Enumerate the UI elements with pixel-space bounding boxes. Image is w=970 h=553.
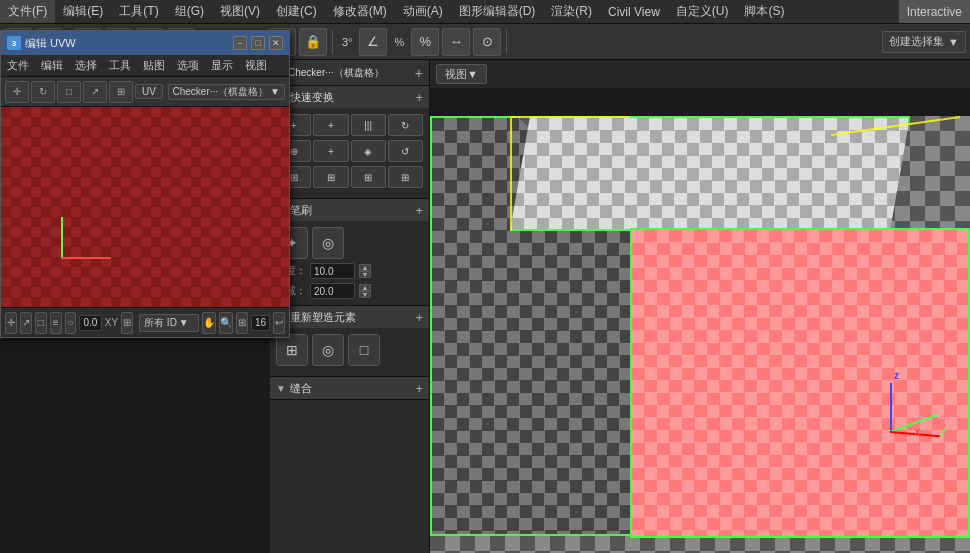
menu-script[interactable]: 脚本(S) [736,0,792,23]
dialog-uv-label[interactable]: UV [135,84,163,99]
dialog-menu-select[interactable]: 选择 [69,55,103,76]
dialog-bottom-search[interactable]: 🔍 [219,312,233,334]
decay-input[interactable]: 20.0 [310,283,355,299]
menu-modifier[interactable]: 修改器(M) [325,0,395,23]
menu-graph-editor[interactable]: 图形编辑器(D) [451,0,544,23]
brush-icons-row: ✦ ◎ [276,227,423,259]
z-axis [890,383,892,433]
dialog-bottom-btn3[interactable]: □ [35,312,47,334]
dialog-tb-square[interactable]: □ [57,81,81,103]
sew-header[interactable]: ▼ 缝合 + [270,377,429,399]
transform-btn-6[interactable]: + [313,140,348,162]
dialog-bottom-btn5[interactable]: ○ [65,312,77,334]
transform-btn-11[interactable]: ⊞ [351,166,386,188]
percent-snap-button[interactable]: % [411,28,439,56]
dialog-icon-number: 3 [12,39,16,48]
viewport-view-dropdown[interactable]: 视图 ▼ [436,64,487,84]
reshape-btn-1[interactable]: ⊞ [276,334,308,366]
dialog-bottom-grid2[interactable]: ⊞ [236,312,248,334]
panel-header-label: Checker···（棋盘格） [288,66,411,80]
viewport-toolbar: 视图 ▼ [430,60,970,88]
generic-snap-button[interactable]: ↔ [442,28,470,56]
create-select-dropdown[interactable]: 创建选择集 ▼ [882,31,966,53]
transform-btn-8[interactable]: ↺ [388,140,423,162]
dialog-value-input[interactable]: 0.0 [79,315,101,331]
scene-3d: z y x [430,88,970,553]
dialog-tb-grid[interactable]: ⊞ [109,81,133,103]
brush-tool-btn-2[interactable]: ◎ [312,227,344,259]
dialog-menu-view[interactable]: 视图 [239,55,273,76]
dialog-id-dropdown[interactable]: 所有 ID ▼ [139,314,199,332]
decay-up-button[interactable]: ▲ [359,284,371,291]
quick-transform-title: 快速变换 [290,90,412,105]
dialog-bottom-toolbar: ✛ ↗ □ ≡ ○ 0.0 XY ⊞ 所有 ID ▼ ✋ 🔍 ⊞ 16 ↩ [1,307,289,337]
ref-coord-button[interactable]: ⊙ [473,28,501,56]
menu-edit[interactable]: 编辑(E) [55,0,111,23]
quick-transform-section: ▼ 快速变换 + + + ||| ↻ ⊕ + ◈ ↺ ⊞ [270,86,429,199]
menu-civil-view[interactable]: Civil View [600,0,668,23]
transform-btn-7[interactable]: ◈ [351,140,386,162]
dialog-checker-btn[interactable]: ⊞ [121,312,133,334]
reshape-title: 重新塑造元素 [290,310,412,325]
transform-btn-10[interactable]: ⊞ [313,166,348,188]
menu-group[interactable]: 组(G) [167,0,212,23]
menu-tools[interactable]: 工具(T) [111,0,166,23]
brush-header[interactable]: ▼ 笔刷 + [270,199,429,221]
transform-btn-2[interactable]: + [313,114,348,136]
sew-plus-icon[interactable]: + [415,381,423,396]
transform-btn-12[interactable]: ⊞ [388,166,423,188]
sew-title: 缝合 [290,381,412,396]
reshape-header[interactable]: ▼ 重新塑造元素 + [270,306,429,328]
menu-interactive[interactable]: Interactive [899,0,970,23]
dialog-minimize-button[interactable]: − [233,36,247,50]
dialog-close-button[interactable]: ✕ [269,36,283,50]
dialog-bottom-btn1[interactable]: ✛ [5,312,17,334]
quick-transform-plus-icon[interactable]: + [415,90,423,105]
dialog-menu-file[interactable]: 文件 [1,55,35,76]
menu-create[interactable]: 创建(C) [268,0,325,23]
strength-up-button[interactable]: ▲ [359,264,371,271]
dialog-checker-dropdown[interactable]: Checker···（棋盘格） ▼ [168,84,285,100]
checker-label: Checker···（棋盘格） [173,85,269,99]
menu-render[interactable]: 渲染(R) [543,0,600,23]
dialog-bottom-btn4[interactable]: ≡ [50,312,62,334]
reshape-btn-2[interactable]: ◎ [312,334,344,366]
properties-panel: ▶ Checker···（棋盘格） + ▼ 快速变换 + + + ||| ↻ ⊕ [270,60,430,553]
dialog-tb-rotate[interactable]: ↻ [31,81,55,103]
dialog-uv-canvas[interactable] [1,107,289,307]
reshape-plus-icon[interactable]: + [415,310,423,325]
brush-plus-icon[interactable]: + [415,203,423,218]
dialog-menu-display[interactable]: 显示 [205,55,239,76]
dialog-menu-tools[interactable]: 工具 [103,55,137,76]
dialog-menu-edit[interactable]: 编辑 [35,55,69,76]
dialog-tb-move[interactable]: ✛ [5,81,29,103]
quick-transform-header[interactable]: ▼ 快速变换 + [270,86,429,108]
reshape-section: ▼ 重新塑造元素 + ⊞ ◎ □ [270,306,429,377]
angle-snap-button[interactable]: ∠ [359,28,387,56]
dialog-bottom-undo[interactable]: ↩ [273,312,285,334]
decay-spinner: ▲ ▼ [359,284,371,298]
transform-btn-3[interactable]: ||| [351,114,386,136]
lock-button[interactable]: 🔒 [299,28,327,56]
dialog-titlebar: 3 编辑 UVW − □ ✕ [1,31,289,55]
menu-customize[interactable]: 自定义(U) [668,0,737,23]
menu-view[interactable]: 视图(V) [212,0,268,23]
dialog-tb-select[interactable]: ↗ [83,81,107,103]
strength-down-button[interactable]: ▼ [359,271,371,278]
reshape-btn-3[interactable]: □ [348,334,380,366]
dialog-num-input[interactable]: 16 [251,315,270,331]
decay-down-button[interactable]: ▼ [359,291,371,298]
sew-arrow-icon: ▼ [276,383,286,394]
menu-file[interactable]: 文件(F) [0,0,55,23]
dialog-bottom-hand[interactable]: ✋ [202,312,216,334]
panel-header-plus-icon[interactable]: + [415,65,423,81]
strength-input[interactable]: 10.0 [310,263,355,279]
menu-animation[interactable]: 动画(A) [395,0,451,23]
dialog-menu-map[interactable]: 贴图 [137,55,171,76]
dialog-bottom-btn2[interactable]: ↗ [20,312,32,334]
3d-viewport[interactable]: 视图 ▼ z y [430,60,970,553]
dialog-menu-options[interactable]: 选项 [171,55,205,76]
dialog-maximize-button[interactable]: □ [251,36,265,50]
angle-display: 3° [338,36,357,48]
transform-btn-4[interactable]: ↻ [388,114,423,136]
